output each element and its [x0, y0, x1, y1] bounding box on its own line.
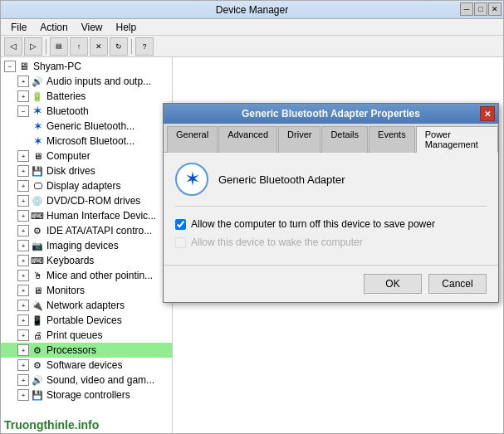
allow-off-row: Allow the computer to turn off this devi…	[175, 218, 487, 230]
allow-off-label: Allow the computer to turn off this devi…	[191, 218, 435, 230]
title-bar: Device Manager ─ □ ✕	[1, 1, 503, 19]
tab-details[interactable]: Details	[321, 126, 368, 153]
forward-button[interactable]: ▷	[24, 37, 42, 56]
allow-off-checkbox[interactable]	[175, 219, 186, 230]
menu-file[interactable]: File	[4, 20, 33, 35]
device-name: Generic Bluetooth Adapter	[218, 173, 345, 186]
window-title: Device Manager	[216, 4, 288, 16]
back-button[interactable]: ◁	[4, 37, 22, 56]
dialog-title: Generic Bluetooth Adapter Properties	[242, 108, 420, 119]
allow-wake-row: Allow this device to wake the computer	[175, 237, 487, 248]
cancel-button[interactable]: Cancel	[428, 274, 487, 294]
tab-driver[interactable]: Driver	[278, 126, 321, 153]
properties-button[interactable]: ▤	[50, 37, 68, 56]
close-button[interactable]: ✕	[488, 2, 502, 16]
tab-power-management[interactable]: Power Management	[416, 126, 498, 153]
menu-view[interactable]: View	[75, 20, 110, 35]
bluetooth-symbol: ✶	[186, 170, 198, 188]
properties-dialog: Generic Bluetooth Adapter Properties ✕ G…	[163, 103, 499, 303]
menu-bar: File Action View Help	[1, 19, 503, 36]
menu-action[interactable]: Action	[33, 20, 74, 35]
minimize-button[interactable]: ─	[460, 2, 473, 16]
allow-wake-label: Allow this device to wake the computer	[191, 237, 363, 248]
dialog-overlay: Generic Bluetooth Adapter Properties ✕ G…	[1, 57, 503, 433]
dialog-footer: OK Cancel	[164, 265, 498, 302]
dialog-close-button[interactable]: ✕	[480, 106, 495, 121]
ok-button[interactable]: OK	[364, 274, 422, 294]
tab-events[interactable]: Events	[369, 126, 415, 153]
toolbar-separator-1	[46, 39, 46, 54]
dialog-content: ✶ Generic Bluetooth Adapter Allow the co…	[164, 153, 498, 265]
device-manager-window: Device Manager ─ □ ✕ File Action View He…	[0, 0, 504, 434]
update-driver-button[interactable]: ↑	[70, 37, 88, 56]
toolbar-separator-2	[131, 39, 132, 54]
help-button[interactable]: ?	[135, 37, 154, 56]
device-icon: ✶	[175, 163, 208, 196]
device-header: ✶ Generic Bluetooth Adapter	[175, 163, 487, 207]
tab-general[interactable]: General	[167, 126, 218, 153]
dialog-title-bar: Generic Bluetooth Adapter Properties ✕	[164, 104, 498, 124]
maximize-button[interactable]: □	[474, 2, 487, 16]
title-bar-controls: ─ □ ✕	[460, 2, 502, 16]
dialog-tabs: General Advanced Driver Details Events P…	[164, 124, 498, 153]
menu-help[interactable]: Help	[110, 20, 144, 35]
tab-advanced[interactable]: Advanced	[218, 126, 277, 153]
scan-button[interactable]: ↻	[110, 37, 128, 56]
toolbar: ◁ ▷ ▤ ↑ ✕ ↻ ?	[1, 36, 503, 57]
uninstall-button[interactable]: ✕	[90, 37, 108, 56]
allow-wake-checkbox[interactable]	[175, 237, 186, 248]
content-area: − 🖥 Shyam-PC + 🔊 Audio inputs and outp..…	[1, 57, 503, 433]
